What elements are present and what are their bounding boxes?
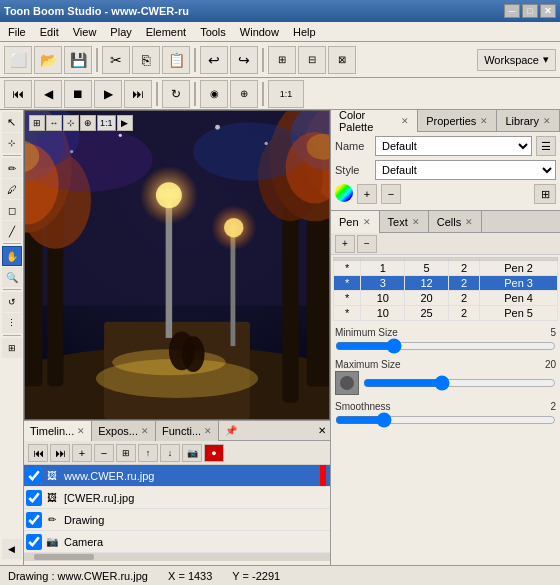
close-timeline-icon[interactable]: ✕ [314,425,330,436]
canvas-tool4[interactable]: ⊕ [80,115,96,131]
tl-tool5[interactable]: ⊞ [116,444,136,462]
maximize-button[interactable]: □ [522,4,538,18]
tl-tool7[interactable]: ↓ [160,444,180,462]
select-tool[interactable]: ↖ [2,112,22,132]
pen-row-3[interactable]: * 10 20 2 Pen 4 [334,291,558,306]
library-tab[interactable]: Library ✕ [497,110,560,132]
layer-row-2[interactable]: 🖼 [CWER.ru].jpg [24,487,330,509]
canvas-tool1[interactable]: ⊞ [29,115,45,131]
remove-color-btn[interactable]: − [381,184,401,204]
cells-tab-close[interactable]: ✕ [465,217,473,227]
canvas-tool3[interactable]: ⊹ [63,115,79,131]
pen-row-4[interactable]: * 10 25 2 Pen 5 [334,306,558,321]
menu-element[interactable]: Element [140,24,192,40]
menu-file[interactable]: File [2,24,32,40]
onion-button[interactable]: ◉ [200,80,228,108]
tl-tool1[interactable]: ⏮ [28,444,48,462]
timeline-scrollbar[interactable] [24,553,330,561]
function-tab[interactable]: Functi... ✕ [156,421,219,441]
pen-row-2[interactable]: * 3 12 2 Pen 3 [334,276,558,291]
brush-tool[interactable]: ✏ [2,158,22,178]
layer4-checkbox[interactable] [26,534,42,550]
layer-row-4[interactable]: 📷 Camera [24,531,330,553]
cut-button[interactable]: ✂ [102,46,130,74]
max-size-slider[interactable] [363,376,556,390]
tl-tool6[interactable]: ↑ [138,444,158,462]
layer2-checkbox[interactable] [26,490,42,506]
color-grid-btn[interactable]: ⊞ [534,184,556,204]
name-menu-btn[interactable]: ☰ [536,136,556,156]
menu-tools[interactable]: Tools [194,24,232,40]
pen-add-btn[interactable]: + [335,235,355,253]
menu-view[interactable]: View [67,24,103,40]
align2-button[interactable]: ⊟ [298,46,326,74]
paste-button[interactable]: 📋 [162,46,190,74]
function-tab-close[interactable]: ✕ [204,426,212,436]
tl-record[interactable]: ● [204,444,224,462]
canvas-tool2[interactable]: ↔ [46,115,62,131]
color-palette-tab[interactable]: Color Palette ✕ [331,110,418,132]
layer3-checkbox[interactable] [26,512,42,528]
extra-tool[interactable]: ⊞ [2,338,22,358]
timeline-scroll-thumb[interactable] [34,554,94,560]
line-tool[interactable]: ╱ [2,221,22,241]
menu-edit[interactable]: Edit [34,24,65,40]
text-tab-close[interactable]: ✕ [412,217,420,227]
layer-row-3[interactable]: ✏ Drawing [24,509,330,531]
tl-camera[interactable]: 📷 [182,444,202,462]
frame-rate-button[interactable]: 1:1 [268,80,304,108]
color-palette-tab-close[interactable]: ✕ [401,116,409,126]
style-select[interactable]: Default [375,160,556,180]
stop-button[interactable]: ⏹ [64,80,92,108]
close-button[interactable]: ✕ [540,4,556,18]
save-button[interactable]: 💾 [64,46,92,74]
align3-button[interactable]: ⊠ [328,46,356,74]
add-color-btn[interactable]: + [357,184,377,204]
tl-add-layer[interactable]: + [72,444,92,462]
redo-button[interactable]: ↪ [230,46,258,74]
new-button[interactable]: ⬜ [4,46,32,74]
paint-tool[interactable]: 🖊 [2,179,22,199]
color-wheel-btn[interactable] [335,184,353,202]
undo-button[interactable]: ↩ [200,46,228,74]
eraser-tool[interactable]: ◻ [2,200,22,220]
copy-button[interactable]: ⎘ [132,46,160,74]
pin-icon[interactable]: 📌 [223,425,239,436]
menu-play[interactable]: Play [104,24,137,40]
text-tab[interactable]: Text ✕ [380,211,429,233]
play-back-button[interactable]: ◀ [34,80,62,108]
play-button[interactable]: ▶ [94,80,122,108]
next-button[interactable]: ⏭ [124,80,152,108]
workspace-button[interactable]: Workspace ▾ [477,49,556,71]
canvas-tool5[interactable]: ▶ [117,115,133,131]
hand-tool[interactable]: ✋ [2,246,22,266]
properties-tab-close[interactable]: ✕ [480,116,488,126]
min-size-slider[interactable] [335,339,556,353]
exposure-tab[interactable]: Expos... ✕ [92,421,156,441]
open-button[interactable]: 📂 [34,46,62,74]
timeline-tab-close[interactable]: ✕ [77,426,85,436]
align1-button[interactable]: ⊞ [268,46,296,74]
transform-tool[interactable]: ⊹ [2,133,22,153]
light-table-button[interactable]: ⊕ [230,80,258,108]
name-select[interactable]: Default [375,136,532,156]
timeline-tab[interactable]: Timelin... ✕ [24,421,92,441]
zoom-tool[interactable]: 🔍 [2,267,22,287]
minimize-button[interactable]: ─ [504,4,520,18]
tl-remove-layer[interactable]: − [94,444,114,462]
cells-tab[interactable]: Cells ✕ [429,211,482,233]
menu-window[interactable]: Window [234,24,285,40]
properties-tab[interactable]: Properties ✕ [418,110,497,132]
library-tab-close[interactable]: ✕ [543,116,551,126]
pen-tab[interactable]: Pen ✕ [331,211,380,233]
morph-tool[interactable]: ⋮ [2,313,22,333]
exposure-tab-close[interactable]: ✕ [141,426,149,436]
collapse-btn[interactable]: ◀ [2,539,22,559]
rotate-tool[interactable]: ↺ [2,292,22,312]
smoothness-slider[interactable] [335,413,556,427]
pen-row-1[interactable]: * 1 5 2 Pen 2 [334,261,558,276]
pen-tab-close[interactable]: ✕ [363,217,371,227]
tl-tool2[interactable]: ⏭ [50,444,70,462]
prev-button[interactable]: ⏮ [4,80,32,108]
menu-help[interactable]: Help [287,24,322,40]
